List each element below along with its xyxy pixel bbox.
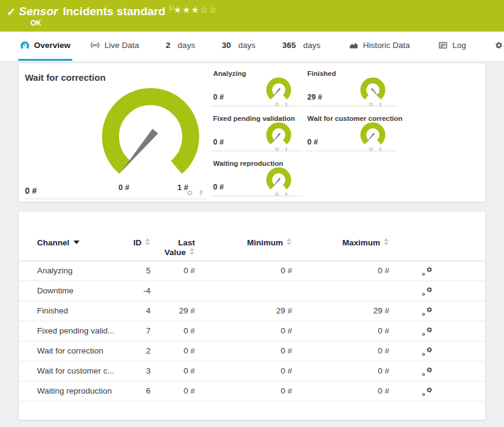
sort-icon: [384, 238, 389, 245]
gear-icon: [421, 352, 426, 357]
tile-value: 0 #: [213, 138, 223, 146]
stars-filled: ★★★: [174, 5, 200, 15]
sensor-name: Incidents standard: [63, 5, 165, 18]
maximum-cell: 0 #: [292, 361, 389, 381]
table-row: Waiting reproduction 6 0 # 0 # 0 #: [19, 381, 485, 401]
gear-icon: [426, 326, 433, 333]
tab-settings[interactable]: Settings: [492, 32, 504, 61]
sort-icon: [189, 248, 195, 255]
gauges-card: Wait for correction 0 # 1 # 0 # Analyzin…: [18, 63, 486, 202]
header-id[interactable]: ID: [122, 234, 151, 261]
channel-settings-button[interactable]: [421, 306, 433, 316]
tab-2-days[interactable]: 2 days: [164, 32, 197, 61]
gauge-tile-waiting-reproduction: Waiting reproduction 0 #: [211, 157, 302, 196]
channel-settings-button[interactable]: [421, 286, 433, 296]
channel-gear-icon[interactable]: [274, 146, 280, 152]
gear-icon: [426, 286, 433, 293]
tab-bar: Overview Live Data 2 days 30 days 365 da…: [0, 32, 504, 61]
gear-icon: [421, 292, 426, 296]
minimum-cell: [195, 281, 292, 301]
channel-cell: Analyzing: [37, 261, 122, 281]
header-label: Maximum: [342, 238, 380, 247]
tab-30-days[interactable]: 30 days: [220, 32, 257, 61]
main-gauge-value: 0 #: [25, 186, 36, 196]
pin-icon[interactable]: [284, 147, 289, 152]
header-label: Last: [178, 238, 195, 247]
maximum-cell: 0 #: [292, 321, 389, 341]
priority-stars[interactable]: ★★★☆☆: [174, 5, 218, 15]
gauge-tile-finished: Finished 29 #: [305, 67, 397, 106]
table-row: Fixed pending valid... 7 0 # 0 # 0 #: [19, 321, 485, 341]
channel-gear-icon[interactable]: [274, 101, 280, 108]
pin-icon[interactable]: [378, 102, 383, 108]
last-value-cell: 0 #: [151, 381, 195, 401]
pin-icon[interactable]: [284, 192, 289, 197]
id-cell: 5: [122, 261, 151, 281]
pin-icon[interactable]: [197, 190, 205, 197]
last-value-cell: [151, 281, 195, 301]
gear-icon: [426, 366, 433, 374]
tab-overview[interactable]: Overview: [18, 32, 72, 61]
gear-icon: [421, 332, 426, 336]
table-row: Wait for customer c... 3 0 # 0 # 0 #: [19, 361, 485, 381]
tab-label: Log: [452, 41, 466, 50]
tab-log[interactable]: Log: [436, 32, 468, 61]
tile-value: 0 #: [213, 183, 223, 191]
channel-cell: Downtime: [37, 281, 122, 301]
channel-settings-button[interactable]: [421, 366, 433, 377]
channel-settings-button[interactable]: [421, 326, 433, 336]
tile-tools: [274, 101, 289, 108]
live-data-icon: [90, 40, 100, 50]
header-minimum[interactable]: Minimum: [195, 234, 292, 261]
tile-tools: [274, 146, 289, 152]
channel-gear-icon[interactable]: [186, 189, 194, 197]
tab-label: Historic Data: [363, 41, 410, 50]
channel-gear-icon[interactable]: [274, 191, 280, 197]
pin-icon[interactable]: [284, 102, 289, 108]
header-last-value[interactable]: LastValue: [151, 234, 195, 261]
gear-icon: [426, 306, 433, 313]
gear-icon: [426, 386, 433, 394]
tab-number: 365: [282, 41, 296, 50]
header-channel[interactable]: Channel: [37, 234, 122, 261]
tile-value: 29 #: [307, 93, 322, 101]
status-check-icon: ✓: [7, 5, 16, 19]
tile-value: 0 #: [213, 93, 223, 101]
id-cell: -4: [122, 281, 151, 301]
channel-gear-icon[interactable]: [368, 101, 374, 108]
tile-gauge: [262, 118, 295, 151]
header-label: Value: [165, 248, 186, 257]
tile-title: Analyzing: [213, 70, 246, 77]
last-value-cell: 0 #: [151, 261, 195, 281]
tab-live-data[interactable]: Live Data: [88, 32, 141, 61]
channel-settings-button[interactable]: [421, 386, 433, 397]
header-maximum[interactable]: Maximum: [292, 234, 389, 261]
maximum-cell: [292, 281, 389, 301]
main-gauge-min-label: 0 #: [107, 183, 141, 192]
stars-empty: ☆☆: [200, 5, 218, 15]
tile-tools: [368, 101, 383, 108]
tile-value: 0 #: [307, 138, 318, 146]
pin-icon[interactable]: [378, 147, 383, 152]
tab-number: 2: [166, 41, 171, 50]
area-chart-icon: [349, 40, 359, 50]
channel-settings-button[interactable]: [421, 266, 433, 276]
gauge-tile-fixed-pending-validation: Fixed pending validation 0 #: [211, 112, 302, 151]
gauge-icon: [20, 41, 30, 50]
channels-table: Channel ID LastValue Minimum Maximum Ana…: [19, 234, 485, 401]
table-row: Finished 4 29 # 29 # 29 #: [19, 301, 485, 321]
tab-label: Live Data: [104, 41, 139, 50]
sort-icon: [145, 238, 151, 245]
channel-gear-icon[interactable]: [368, 146, 374, 152]
gauge-tile-analyzing: Analyzing 0 #: [211, 67, 302, 106]
channel-cell: Fixed pending valid...: [37, 321, 122, 341]
tab-historic-data[interactable]: Historic Data: [347, 32, 412, 61]
maximum-cell: 29 #: [292, 301, 389, 321]
tile-gauge: [356, 73, 389, 106]
gauge-tile-wait-for-customer-correction: Wait for customer correction 0 #: [305, 112, 397, 151]
tab-365-days[interactable]: 365 days: [281, 32, 322, 61]
log-list-icon: [438, 40, 448, 50]
channel-settings-button[interactable]: [421, 346, 433, 357]
tile-tools: [368, 146, 383, 152]
tile-gauge: [356, 118, 389, 151]
